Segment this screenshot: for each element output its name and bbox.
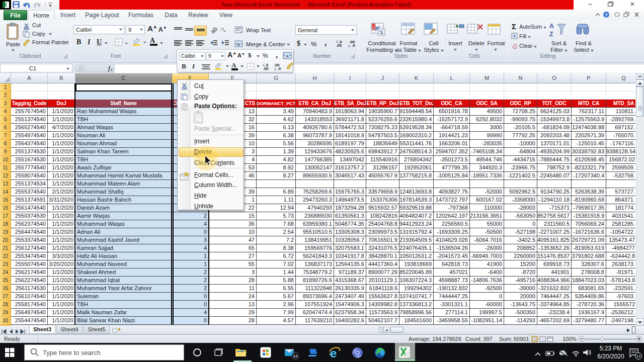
svg-text:17: 17 xyxy=(636,354,641,358)
svg-text:?: ? xyxy=(605,13,608,18)
svg-text:e: e xyxy=(330,347,337,359)
svg-text:14: 14 xyxy=(293,354,298,358)
svg-text:.00: .00 xyxy=(336,43,342,47)
svg-text:ab: ab xyxy=(210,25,219,34)
svg-text:.0: .0 xyxy=(352,43,355,47)
svg-text:a: a xyxy=(237,42,239,47)
svg-text:.00: .00 xyxy=(263,66,268,70)
svg-text:.0: .0 xyxy=(278,66,281,70)
svg-text:Z: Z xyxy=(549,31,553,38)
svg-text:A: A xyxy=(549,23,554,30)
svg-text:a: a xyxy=(286,54,289,58)
